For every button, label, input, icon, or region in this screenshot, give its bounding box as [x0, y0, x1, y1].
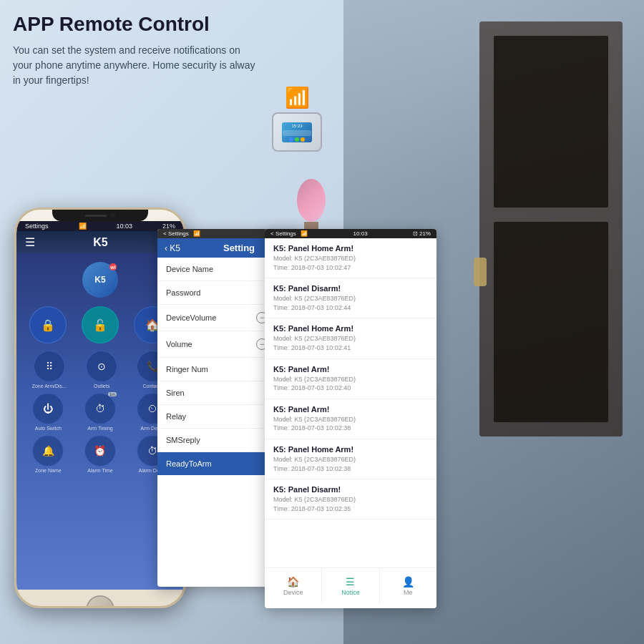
auto-switch-button[interactable]: ⏻ — [32, 393, 64, 424]
notif-model-5: Model: K5 (2C3AE83876ED) — [273, 455, 428, 464]
hamburger-icon[interactable]: ☰ — [25, 235, 35, 249]
arm-timing-label: Arm Timing — [87, 426, 112, 431]
unlock-btn-group: 🔓 — [82, 306, 119, 343]
phone-app-title: K5 — [93, 236, 107, 249]
k5-badge[interactable]: K5 wi — [82, 262, 118, 298]
notif-time-1: Time: 2018-07-03 10:02:44 — [273, 303, 428, 313]
phone-buttons-row-3: ⏻ Auto Switch ⏱ 1m Arm Timing ⏲ Arm Dela… — [22, 393, 178, 431]
alarm-time-btn-group: ⏰ Alarm Time — [84, 435, 116, 473]
k5-label: K5 — [94, 275, 105, 285]
alarm-panel-screen: 15:33 — [282, 122, 312, 142]
footer-me-btn[interactable]: 👤 Me — [380, 568, 436, 603]
status-left: Settings — [25, 223, 49, 230]
lock-icon: 🔒 — [41, 318, 55, 332]
volume-label: Volume — [166, 340, 192, 348]
zone-name-btn-group: 🔔 Zone Name — [32, 435, 64, 473]
ringer-num-label: Ringer Num — [166, 365, 208, 374]
zone-arm-label: Zone Arm/Dis... — [32, 384, 67, 389]
alarm-time-label: Alarm Time — [87, 468, 112, 473]
alarm-panel: 15:33 — [272, 112, 322, 152]
notif-status-battery: ⊡ 21% — [413, 230, 431, 237]
notice-icon: ☰ — [346, 576, 355, 587]
status-wifi: 📶 — [79, 223, 87, 230]
notif-status-time: 10:03 — [353, 230, 368, 237]
notif-item-2: K5: Panel Home Arm! Model: K5 (2C3AE8387… — [265, 318, 436, 358]
k5-notification-dot: wi — [109, 263, 117, 270]
siren-label: Siren — [166, 389, 185, 397]
notif-title-1: K5: Panel Disarm! — [273, 284, 428, 293]
footer-notice-btn[interactable]: ☰ Notice — [322, 568, 379, 603]
setting-back-button[interactable]: ‹ K5 — [165, 243, 180, 253]
phone-camera — [111, 213, 115, 218]
notif-item-6: K5: Panel Disarm! Model: K5 (2C3AE83876E… — [265, 479, 436, 519]
zone-name-button[interactable]: 🔔 — [32, 435, 64, 467]
notif-item-4: K5: Panel Arm! Model: K5 (2C3AE83876ED) … — [265, 399, 436, 439]
notif-time-2: Time: 2018-07-03 10:02:41 — [273, 343, 428, 353]
phone-buttons-row-4: 🔔 Zone Name ⏰ Alarm Time ⏱ Alarm Delay — [22, 435, 178, 473]
alarm-time-button[interactable]: ⏰ — [84, 435, 116, 467]
outlets-label: Outlets — [94, 384, 109, 389]
lock-btn-group: 🔒 — [29, 306, 67, 343]
arm-timing-button[interactable]: ⏱ 1m — [84, 393, 116, 424]
readytoarm-label: ReadyToArm — [166, 459, 212, 468]
unlock-button[interactable]: 🔓 — [82, 306, 119, 343]
notif-item-1: K5: Panel Disarm! Model: K5 (2C3AE83876E… — [265, 278, 436, 318]
me-icon: 👤 — [402, 576, 414, 587]
page-title: APP Remote Control — [13, 13, 256, 36]
device-icon: 🏠 — [287, 576, 299, 587]
notif-status-left: < Settings 📶 — [270, 230, 308, 237]
notif-model-6: Model: K5 (2C3AE83876ED) — [273, 495, 428, 504]
notif-model-1: Model: K5 (2C3AE83876ED) — [273, 294, 428, 303]
notif-time-0: Time: 2018-07-03 10:02:47 — [273, 263, 428, 273]
arm-timing-btn-group: ⏱ 1m Arm Timing — [84, 393, 116, 431]
notif-time-4: Time: 2018-07-03 10:02:38 — [273, 424, 428, 433]
zone-name-label: Zone Name — [35, 468, 62, 473]
zone-arm-btn-group: ⠿ Zone Arm/Dis... — [32, 351, 67, 389]
notice-footer-label: Notice — [341, 589, 360, 596]
setting-status-left: < Settings 📶 — [163, 230, 200, 237]
wifi-device-area: 📶 15:33 — [272, 86, 322, 152]
arm-timing-badge: 1m — [108, 392, 117, 396]
notif-time-3: Time: 2018-07-03 10:02:40 — [273, 384, 428, 393]
notif-status-bar: < Settings 📶 10:03 ⊡ 21% — [265, 229, 436, 238]
password-label: Password — [166, 288, 200, 297]
notif-time-5: Time: 2018-07-03 10:02:38 — [273, 464, 428, 474]
door-panel-bottom — [494, 222, 608, 422]
notif-model-0: Model: K5 (2C3AE83876ED) — [273, 254, 428, 263]
phone-home-button[interactable] — [86, 595, 114, 608]
device-volume-label: DeviceVolume — [166, 313, 216, 322]
k5-badge-area: K5 wi — [22, 262, 178, 298]
notification-list: K5: Panel Home Arm! Model: K5 (2C3AE8387… — [265, 238, 436, 567]
page-subtitle: You can set the system and receive notif… — [13, 43, 256, 88]
notif-item-0: K5: Panel Home Arm! Model: K5 (2C3AE8387… — [265, 238, 436, 278]
notif-footer: 🏠 Device ☰ Notice 👤 Me — [265, 567, 436, 603]
notif-title-5: K5: Panel Home Arm! — [273, 445, 428, 454]
footer-device-btn[interactable]: 🏠 Device — [265, 568, 322, 603]
notif-title-4: K5: Panel Arm! — [273, 405, 428, 414]
door-handle — [474, 258, 487, 286]
unlock-icon: 🔓 — [93, 318, 107, 332]
zone-arm-button[interactable]: ⠿ — [34, 351, 65, 382]
lock-button[interactable]: 🔒 — [29, 306, 67, 343]
auto-switch-label: Auto Switch — [35, 426, 62, 431]
device-name-label: Device Name — [166, 265, 213, 273]
smsreply-label: SMSreply — [166, 436, 200, 444]
phone-speaker — [85, 215, 107, 217]
phone-buttons-row-1: 🔒 🔓 🏠 — [22, 306, 178, 343]
notif-time-6: Time: 2018-07-03 10:02:35 — [273, 504, 428, 514]
outlets-btn-group: ⊙ Outlets — [86, 351, 117, 389]
notif-title-6: K5: Panel Disarm! — [273, 485, 428, 494]
outlets-button[interactable]: ⊙ — [86, 351, 117, 382]
notif-item-3: K5: Panel Arm! Model: K5 (2C3AE83876ED) … — [265, 359, 436, 399]
auto-switch-btn-group: ⏻ Auto Switch — [32, 393, 64, 431]
notif-model-3: Model: K5 (2C3AE83876ED) — [273, 375, 428, 384]
wifi-signal-icon: 📶 — [272, 86, 322, 109]
header-section: APP Remote Control You can set the syste… — [13, 13, 256, 88]
door-panel-top — [494, 36, 608, 208]
status-time: 10:03 — [116, 223, 132, 230]
notification-panel: < Settings 📶 10:03 ⊡ 21% K5: Panel Home … — [265, 229, 436, 608]
notif-title-3: K5: Panel Arm! — [273, 365, 428, 374]
phone-buttons-row-2: ⠿ Zone Arm/Dis... ⊙ Outlets 📞 Contacts — [22, 351, 178, 389]
device-footer-label: Device — [283, 589, 303, 596]
relay-label: Relay — [166, 412, 186, 421]
